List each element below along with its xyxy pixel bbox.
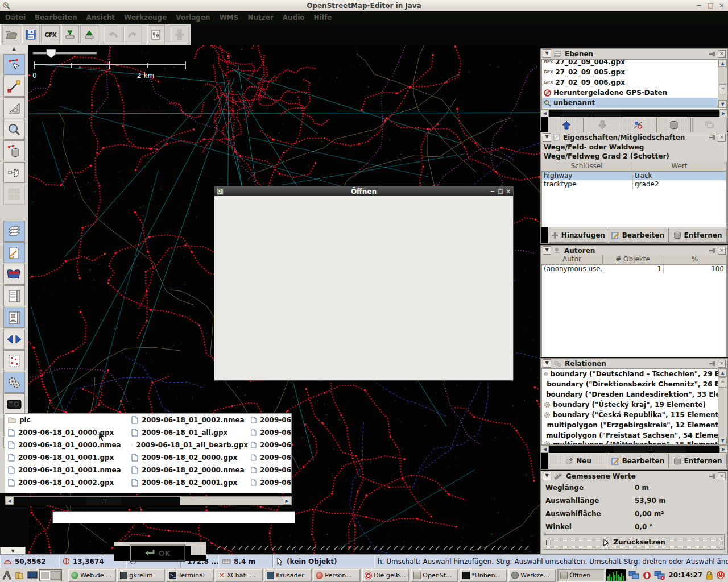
file-entry[interactable]: 2009-06 — [248, 426, 291, 439]
edit-tag-button[interactable]: Bearbeiten — [609, 228, 667, 243]
relation-row[interactable]: boundary ("Ústecký kraj", 19 Elemente) — [542, 400, 726, 410]
preferences-button[interactable] — [147, 25, 165, 44]
new-relation-button[interactable]: Neu — [549, 454, 607, 468]
opera-tray-icon[interactable] — [643, 571, 651, 580]
relation-row[interactable]: boundary ("Deutschland – Tschechien", 29… — [542, 369, 726, 379]
workspace-2[interactable] — [51, 571, 61, 580]
layer-row[interactable]: Heruntergeladene GPS-Daten — [542, 88, 726, 98]
file-entry[interactable]: 2009-06-18_02_0000.nmea — [129, 464, 248, 476]
file-entry[interactable]: 2009-06-18_01_0002.nmea — [129, 414, 248, 426]
close-panel-icon[interactable]: × — [718, 134, 726, 142]
task-button[interactable]: Krusader — [264, 569, 312, 582]
layer-down-button[interactable] — [585, 118, 619, 132]
layer-row[interactable]: GPX27_02_09_005.gpx — [542, 67, 726, 77]
statusbar-collapse-tab[interactable]: ▼ — [0, 547, 26, 555]
column-author[interactable]: Autor — [541, 255, 603, 264]
layers-vscrollbar[interactable]: ▲ ≡ ▼ — [718, 59, 727, 108]
pin-icon[interactable] — [709, 473, 716, 480]
task-button[interactable]: ODie gelb... — [362, 569, 410, 582]
file-entry[interactable]: 2009-06-18_01_0001.nmea — [5, 464, 129, 476]
relation-row[interactable]: boundary ("Česká Republika", 115 Element… — [542, 410, 726, 420]
redo-button[interactable] — [123, 25, 142, 44]
close-panel-icon[interactable]: × — [718, 247, 726, 255]
workspace-pager[interactable] — [39, 569, 62, 581]
scroll-left-icon[interactable]: ◀ — [541, 110, 549, 117]
task-button[interactable]: *Unben... — [460, 569, 507, 582]
toggle-presets-panel-button[interactable] — [3, 264, 25, 285]
open-dialog-titlebar[interactable]: Öffnen − □ × — [214, 186, 513, 196]
toolbar-collapse-handle[interactable]: ▲ — [0, 45, 28, 53]
task-button[interactable]: Werkze... — [508, 569, 556, 582]
scroll-right-icon[interactable]: ▶ — [719, 446, 727, 453]
lock-tray-icon[interactable] — [705, 571, 713, 580]
collapse-icon[interactable]: ▼ — [543, 49, 551, 58]
relations-hscrollbar[interactable]: ◀ ▶ — [541, 445, 727, 453]
grid-tool-button[interactable] — [3, 184, 25, 205]
file-entry[interactable]: 2009-06-18_01_all.gpx — [129, 426, 248, 439]
save-button[interactable] — [22, 25, 40, 44]
menu-item-nutzer[interactable]: Nutzer — [245, 14, 279, 22]
remove-tag-button[interactable]: Entfernen — [668, 228, 727, 243]
task-button[interactable]: OpenSt... — [411, 569, 458, 582]
pin-icon[interactable] — [709, 134, 716, 141]
file-entry[interactable]: 2009-06 — [248, 414, 291, 426]
close-icon[interactable]: × — [718, 2, 726, 10]
scroll-right-icon[interactable]: ▶ — [719, 110, 727, 117]
tag-row[interactable]: tracktype grade2 — [542, 180, 726, 189]
close-panel-icon[interactable]: × — [718, 472, 726, 480]
open-file-button[interactable] — [2, 25, 20, 44]
draw-node-tool-button[interactable] — [3, 76, 25, 97]
file-list[interactable]: pic2009-06-18_01_0000.gpx2009-06-18_01_0… — [5, 413, 292, 493]
file-entry[interactable]: 2009-06-18_01_0001.gpx — [5, 451, 129, 464]
reset-button[interactable]: Zurücksetzen — [544, 534, 725, 550]
file-entry[interactable]: 2009-06-18_02_0000.gpx — [129, 451, 248, 464]
toggle-relations-panel-button[interactable] — [3, 372, 25, 393]
layer-merge-button[interactable] — [692, 118, 727, 132]
relation-row[interactable]: multipolygon ("Mittelsachsen", 15 Elemen… — [542, 440, 726, 444]
menu-item-datei[interactable]: Datei — [2, 14, 32, 22]
toggle-photos-button[interactable] — [3, 393, 25, 414]
file-entry[interactable]: 2009-06-18_02_0001.gpx — [129, 476, 248, 489]
spectrum-monitor-icon[interactable] — [606, 569, 626, 581]
zoom-slider[interactable] — [32, 49, 100, 59]
relation-row[interactable]: boundary ("Dresden Landesdirektion", 33 … — [542, 389, 726, 400]
file-entry[interactable]: 2009-06-18_01_all_bearb.gpx — [129, 439, 248, 451]
file-entry[interactable]: 2009-06 — [248, 464, 291, 476]
scroll-left-icon[interactable]: ◀ — [541, 446, 549, 453]
toggle-conflicts-panel-button[interactable] — [3, 329, 25, 350]
select-tool-button[interactable] — [3, 54, 25, 75]
scroll-down-icon[interactable]: ▼ — [718, 100, 727, 108]
network-monitor-icon[interactable] — [628, 570, 640, 580]
toggle-properties-panel-button[interactable] — [3, 242, 25, 263]
layer-row[interactable]: unbenannt — [542, 98, 726, 108]
toggle-layers-panel-button[interactable] — [3, 221, 25, 242]
upload-button[interactable] — [80, 25, 98, 44]
tag-row[interactable]: highway track — [542, 172, 726, 180]
file-entry[interactable]: 2009-06 — [248, 451, 291, 464]
task-button[interactable]: gkrellm — [117, 569, 165, 582]
dialog-minimize-icon[interactable]: − — [490, 188, 495, 196]
file-entry[interactable]: 2009-06 — [248, 476, 291, 489]
collapse-icon[interactable]: ▼ — [543, 472, 551, 480]
power-tray-icon[interactable] — [716, 571, 725, 580]
layer-row[interactable]: GPX27_02_09_004.gpx — [542, 59, 726, 67]
gpx-export-button[interactable]: GPX — [41, 25, 59, 44]
collapse-icon[interactable]: ▼ — [543, 246, 551, 255]
dialog-close-icon[interactable]: × — [506, 188, 511, 196]
scrollbar-thumb[interactable]: ≡ — [719, 84, 726, 94]
menu-item-vorlagen[interactable]: Vorlagen — [173, 14, 216, 22]
edit-relation-button[interactable]: Bearbeiten — [609, 454, 667, 468]
column-percent[interactable]: % — [663, 255, 727, 264]
menu-item-audio[interactable]: Audio — [280, 14, 311, 22]
file-list-hscrollbar[interactable]: ◀ ▶ — [5, 496, 292, 505]
menu-item-werkzeuge[interactable]: Werkzeuge — [121, 14, 173, 22]
column-key[interactable]: Schlüssel — [541, 162, 632, 171]
undo-button[interactable] — [104, 25, 122, 44]
scroll-right-icon[interactable]: ▶ — [283, 497, 291, 505]
file-entry[interactable]: 2009-06-18_01_0000.nmea — [5, 439, 129, 451]
layer-delete-button[interactable] — [656, 118, 691, 132]
filename-input[interactable] — [52, 511, 295, 523]
menu-item-hilfe[interactable]: Hilfe — [311, 14, 338, 22]
relation-row[interactable]: multipolygon ("Erzgebirgskreis", 12 Elem… — [542, 420, 726, 430]
scroll-down-icon[interactable]: ▼ — [718, 436, 727, 444]
